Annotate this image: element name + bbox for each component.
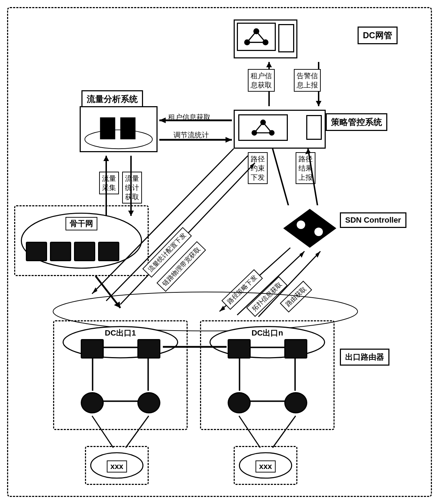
switch-icon: [228, 392, 251, 413]
path-result-label: 路径 结果 上报: [296, 152, 315, 184]
traffic-stat-label: 流量 统计 获取: [122, 172, 142, 204]
dc-mgr-computer: [234, 19, 297, 58]
policy-system-box: [234, 110, 326, 149]
alarm-report-label: 告警信 息上报: [294, 69, 321, 92]
router-icon: [26, 242, 47, 261]
svg-rect-12: [120, 118, 136, 139]
sdn-controller-icon: [280, 205, 340, 251]
backbone-label: 骨干网: [65, 217, 97, 230]
path-constraint-label: 路径 约束 下发: [248, 152, 268, 184]
dc-exit-n-group: DC出口n: [200, 320, 335, 430]
dc-mgr-group: [234, 16, 350, 62]
tenant-info-label-1: 租户信 息获取: [248, 69, 275, 92]
switch-icon: [137, 392, 160, 413]
xxx-cloud-1: xxx: [85, 446, 149, 485]
router-icon: [50, 242, 71, 261]
svg-rect-11: [100, 118, 115, 139]
traffic-system-title: 流量分析系统: [81, 90, 143, 108]
svg-line-17: [263, 122, 272, 133]
xxx-label-1: xxx: [107, 460, 127, 472]
router-icon: [137, 339, 160, 359]
tenant-info-label-2: 租户信息获取: [168, 113, 211, 122]
dc-exit-1-label: DC出口1: [105, 328, 136, 338]
flow-stat-label: 调节流统计: [173, 130, 209, 139]
svg-line-3: [247, 31, 256, 42]
xxx-label-2: xxx: [256, 460, 276, 472]
sdn-controller-label: SDN Controller: [340, 212, 406, 228]
policy-system-title: 策略管控系统: [326, 113, 387, 131]
xxx-cloud-2: xxx: [234, 446, 297, 485]
dc-exit-1-group: DC出口1: [53, 320, 188, 430]
svg-point-10: [85, 130, 153, 149]
svg-marker-27: [283, 209, 336, 248]
backbone-group: 骨干网: [14, 205, 149, 276]
router-icon: [228, 339, 251, 359]
egress-router-label: 出口路由器: [340, 349, 389, 366]
svg-line-16: [254, 122, 263, 133]
router-icon: [74, 242, 95, 261]
dc-mgr-label: DC网管: [358, 27, 398, 44]
svg-point-29: [314, 228, 323, 236]
router-icon: [98, 242, 119, 261]
switch-icon: [81, 392, 104, 413]
svg-line-4: [256, 31, 266, 42]
traffic-system-box: [80, 106, 158, 152]
router-icon: [284, 339, 307, 359]
dc-exit-n-label: DC出口n: [251, 328, 283, 338]
switch-icon: [284, 392, 307, 413]
router-icon: [81, 339, 104, 359]
traffic-collect-label: 流量 采集: [99, 172, 119, 194]
svg-point-28: [297, 220, 305, 229]
